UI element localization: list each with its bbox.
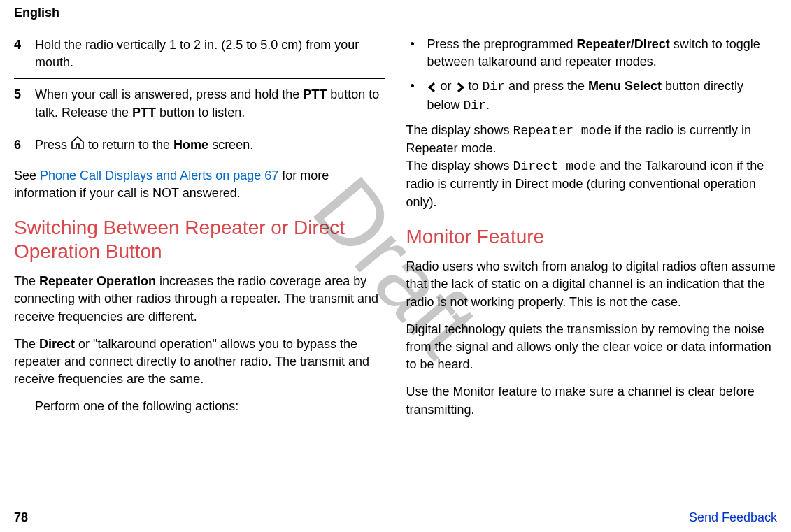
bullet-repeater-direct: • Press the preprogrammed Repeater/Direc…: [406, 36, 778, 71]
bullet-marker: •: [406, 78, 427, 114]
text: Press the preprogrammed: [427, 37, 577, 51]
mono-text: Dir: [483, 80, 505, 94]
step-5: 5 When your call is answered, press and …: [14, 79, 385, 129]
chevron-right-icon: [455, 78, 465, 95]
heading-monitor-feature: Monitor Feature: [406, 225, 778, 249]
monitor-para-2: Digital technology quiets the transmissi…: [406, 321, 778, 374]
step-text: Hold the radio vertically 1 to 2 in. (2.…: [35, 36, 385, 71]
monitor-para-3: Use the Monitor feature to make sure a c…: [406, 383, 778, 418]
left-column: 4 Hold the radio vertically 1 to 2 in. (…: [14, 29, 385, 429]
mono-text: Direct mode: [513, 159, 597, 173]
step-number: 5: [14, 86, 35, 121]
see-paragraph: See Phone Call Displays and Alerts on pa…: [14, 167, 385, 202]
bold-text: Menu Select: [588, 79, 662, 93]
text: and press the: [505, 79, 588, 93]
text: button to listen.: [156, 106, 245, 120]
mono-text: Repeater mode: [513, 124, 611, 138]
text: screen.: [208, 138, 253, 152]
page-header-language: English: [0, 0, 791, 29]
step-text: When your call is answered, press and ho…: [35, 86, 385, 121]
heading-switching: Switching Between Repeater or Direct Ope…: [14, 216, 385, 263]
repeater-operation-para: The Repeater Operation increases the rad…: [14, 273, 385, 326]
text: or: [437, 79, 455, 93]
page-number: 78: [14, 510, 28, 525]
text: The: [14, 337, 39, 351]
text: to return to the: [88, 138, 173, 152]
step-number: 4: [14, 36, 35, 71]
bold-text: PTT: [132, 106, 156, 120]
text: .: [486, 98, 490, 112]
bold-text: Home: [173, 138, 208, 152]
text: See: [14, 168, 40, 182]
text: to: [465, 79, 483, 93]
step-text: Press to return to the Home screen.: [35, 136, 385, 154]
step-6: 6 Press to return to the Home screen.: [14, 129, 385, 161]
home-icon: [71, 136, 85, 154]
perform-para: Perform one of the following actions:: [14, 398, 385, 415]
bullet-dir: • or to Dir and press the Menu Select bu…: [406, 78, 778, 114]
step-4: 4 Hold the radio vertically 1 to 2 in. (…: [14, 29, 385, 79]
text: The: [14, 274, 39, 288]
mono-text: Dir: [464, 99, 486, 113]
monitor-para-1: Radio users who switch from analog to di…: [406, 258, 778, 311]
bullet-text: Press the preprogrammed Repeater/Direct …: [427, 36, 778, 71]
bold-text: Direct: [39, 337, 75, 351]
bullet-text: or to Dir and press the Menu Select butt…: [427, 78, 778, 114]
phone-call-displays-link[interactable]: Phone Call Displays and Alerts on page 6…: [40, 168, 278, 182]
text: The display shows: [406, 123, 513, 137]
right-column: • Press the preprogrammed Repeater/Direc…: [406, 29, 778, 429]
bold-text: PTT: [303, 87, 327, 101]
display-direct-para: The display shows Direct mode and the Ta…: [406, 157, 778, 211]
display-repeater-para: The display shows Repeater mode if the r…: [406, 122, 778, 157]
step-number: 6: [14, 136, 35, 154]
text: The display shows: [406, 159, 513, 173]
text: When your call is answered, press and ho…: [35, 87, 303, 101]
bullet-marker: •: [406, 36, 427, 71]
text: Press: [35, 138, 71, 152]
page-footer: 78 Send Feedback: [14, 510, 777, 525]
chevron-left-icon: [427, 78, 437, 95]
direct-operation-para: The Direct or "talkaround operation" all…: [14, 336, 385, 389]
content-columns: 4 Hold the radio vertically 1 to 2 in. (…: [0, 29, 791, 429]
send-feedback-link[interactable]: Send Feedback: [689, 510, 777, 525]
bold-text: Repeater/Direct: [577, 37, 670, 51]
bold-text: Repeater Operation: [39, 274, 156, 288]
